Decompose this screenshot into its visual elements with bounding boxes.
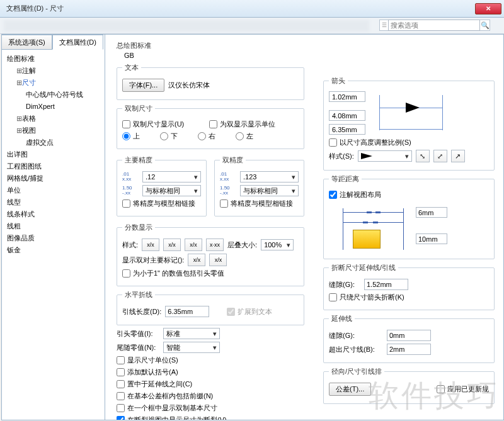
arrow-attach-2[interactable]: ⤢: [433, 150, 447, 162]
tree-dimxpert[interactable]: DimXpert: [4, 101, 102, 113]
ext-beyond-input[interactable]: [387, 344, 431, 355]
dual-precision-group: 双精度 .01x.xx .123 1.50-.xx 与标称相同 将精度与模型相链…: [214, 155, 304, 216]
extend-to-text-checkbox: 扩展到文本: [227, 307, 272, 317]
stack-size-select[interactable]: 100%: [261, 239, 294, 250]
dual-legend: 双制尺寸: [122, 104, 155, 113]
ext-gap-input[interactable]: [387, 330, 431, 341]
less-than-one-checkbox[interactable]: 为小于1" 的数值包括引头零值: [122, 269, 224, 278]
dual-tol-select[interactable]: 与标称相同: [240, 185, 299, 196]
bent-leaders-group: 水平折线 引线长度(D): 扩展到文本: [117, 290, 304, 325]
center-ext-checkbox[interactable]: 置中于延伸线之间(C): [117, 379, 192, 389]
primary-link-checkbox[interactable]: 将精度与模型相链接: [122, 199, 195, 208]
dual-precision-select[interactable]: .123: [240, 171, 299, 182]
offset-part-icon: [353, 230, 381, 249]
bent-leaders-legend: 水平折线: [122, 290, 155, 300]
fraction-style-1[interactable]: x/x: [142, 239, 159, 251]
overall-standard-label: 总绘图标准: [117, 41, 306, 50]
tree-sheet-metal[interactable]: 钣金: [4, 244, 102, 256]
fraction-style-4[interactable]: x·xx: [206, 239, 224, 251]
expand-icon[interactable]: ⊞: [16, 125, 22, 136]
only-around-arrows-checkbox[interactable]: 只绕尺寸箭头折断(K): [329, 293, 404, 302]
expand-icon[interactable]: ⊞: [16, 77, 22, 88]
nav-tree: 绘图标准 ⊞注解 ⊞尺寸 中心线/中心符号线 DimXpert ⊞表格 ⊞视图 …: [2, 49, 105, 260]
stack-size-label: 层叠大小:: [227, 240, 257, 250]
window-title: 文档属性(D) - 尺寸: [6, 4, 64, 13]
primary-precision-select[interactable]: .12: [142, 171, 201, 182]
annotation-view-layout-checkbox[interactable]: 注解视图布局: [329, 190, 381, 199]
tree-line-thickness[interactable]: 线粗: [4, 220, 102, 232]
search-prefix-icon: ☰: [380, 22, 388, 28]
arrow-dim-3[interactable]: 6.35mm: [329, 124, 365, 135]
pos-bottom-radio[interactable]: 下: [160, 132, 178, 141]
arrow-dim-2[interactable]: 4.08mm: [329, 110, 365, 121]
dual-link-checkbox[interactable]: 将精度与模型相链接: [220, 199, 293, 208]
break-gap-input[interactable]: [364, 279, 408, 290]
arrows-group: 箭头 1.02mm 4.08mm 6.35mm 以尺寸高度调整比例(S) 样式(…: [323, 76, 495, 171]
precision-icon: .01x.xx: [220, 172, 236, 182]
scale-by-height-checkbox[interactable]: 以尺寸高度调整比例(S): [329, 138, 411, 147]
arrow-style-label: 样式(S):: [329, 152, 354, 161]
dual-show-checkbox[interactable]: 双制尺寸显示(U): [122, 120, 184, 129]
tree-view[interactable]: ⊞视图: [4, 125, 102, 137]
precision-icon: .01x.xx: [122, 172, 139, 182]
tab-system-options[interactable]: 系统选项(S): [1, 35, 52, 50]
pos-top-radio[interactable]: 上: [122, 132, 140, 141]
dual-precision-legend: 双精度: [220, 155, 246, 165]
dual-mark-2[interactable]: x/x: [209, 254, 227, 266]
fraction-style-2[interactable]: x/x: [163, 239, 181, 251]
expand-icon[interactable]: ⊞: [16, 113, 22, 124]
primary-tol-select[interactable]: 与标称相同: [142, 185, 201, 196]
fraction-style-3[interactable]: x/x: [185, 239, 202, 251]
tab-document-properties[interactable]: 文档属性(D): [52, 35, 103, 50]
arrow-style-select[interactable]: [358, 150, 412, 162]
tree-units[interactable]: 单位: [4, 184, 102, 196]
trailing-zero-label: 尾随零值(N):: [117, 343, 159, 352]
tree-detailing[interactable]: 出详图: [4, 149, 102, 160]
pos-right-radio[interactable]: 右: [198, 132, 215, 141]
search-box[interactable]: ☰ 🔍: [379, 20, 490, 31]
dual-in-box-checkbox[interactable]: 在一个框中显示双制基本尺寸: [117, 403, 217, 413]
tolerance-button[interactable]: 公差(T)...: [329, 383, 371, 396]
ext-beyond-label: 超出尺寸线(B):: [329, 345, 383, 354]
tree-drawing-sheets[interactable]: 工程图图纸: [4, 160, 102, 172]
tree-centerlines[interactable]: 中心线/中心符号线: [4, 89, 102, 101]
fraction-legend: 分数显示: [122, 223, 155, 232]
leader-length-input[interactable]: [165, 306, 209, 317]
radial-legend: 径向/尺寸引线排: [329, 367, 384, 376]
pos-left-radio[interactable]: 左: [236, 132, 253, 141]
tree-dimensions[interactable]: ⊞尺寸: [4, 77, 102, 89]
tree-tables[interactable]: ⊞表格: [4, 113, 102, 125]
show-units-checkbox[interactable]: 显示尺寸单位(S): [117, 356, 178, 365]
tree-line-style[interactable]: 线条样式: [4, 208, 102, 220]
font-button[interactable]: 字体(F)...: [122, 79, 164, 92]
tree-drafting-standard[interactable]: 绘图标准: [4, 53, 102, 65]
tol-precision-icon: 1.50-.xx: [220, 186, 236, 196]
add-paren-checkbox[interactable]: 添加默认括号(A): [117, 368, 178, 377]
prefix-in-tol-checkbox[interactable]: 在基本公差框内包括前缀(N): [117, 391, 213, 401]
tree-virtual-sharps[interactable]: 虚拟交点: [4, 137, 102, 149]
tree-line-font[interactable]: 线型: [4, 196, 102, 208]
search-icon[interactable]: 🔍: [480, 21, 490, 30]
search-input[interactable]: [388, 20, 480, 31]
close-button[interactable]: [475, 3, 501, 14]
arrow-attach-3[interactable]: ↗: [451, 150, 465, 162]
dual-units-checkbox[interactable]: 为双显示显示单位: [209, 120, 275, 129]
offset-value-2[interactable]: 10mm: [416, 233, 447, 244]
dual-mark-1[interactable]: x/x: [188, 254, 205, 266]
arrow-attach-1[interactable]: ⤡: [416, 150, 430, 162]
leading-zero-label: 引头零值(I):: [117, 329, 159, 339]
arrow-style-icon: [361, 153, 372, 159]
tree-annotations[interactable]: ⊞注解: [4, 65, 102, 77]
arrow-dim-1[interactable]: 1.02mm: [329, 91, 365, 102]
title-bar: 文档属性(D) - 尺寸: [0, 0, 504, 18]
apply-updated-checkbox[interactable]: 应用已更新规: [437, 385, 489, 394]
offset-value-1[interactable]: 6mm: [416, 207, 447, 218]
fraction-display-group: 分数显示 样式: x/x x/x x/x x·xx 层叠大小: 100% 显示双…: [117, 223, 304, 286]
tree-image-quality[interactable]: 图像品质: [4, 232, 102, 244]
leading-zero-select[interactable]: 标准: [163, 328, 220, 339]
trailing-zero-select[interactable]: 智能: [163, 342, 220, 353]
toolbar-strip: ☰ 🔍: [0, 18, 504, 34]
expand-icon[interactable]: ⊞: [16, 65, 22, 76]
tree-grid-snap[interactable]: 网格线/捕捉: [4, 172, 102, 184]
show-break-checkbox[interactable]: 在断裂视图中显示尺寸为断裂(V): [117, 415, 227, 420]
